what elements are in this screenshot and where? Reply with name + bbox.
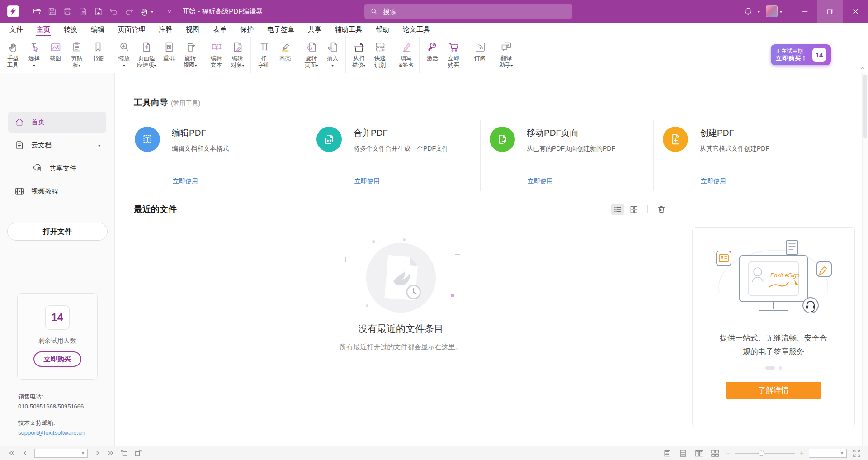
buy-now-button[interactable]: 立即购买 bbox=[33, 351, 81, 367]
notifications-button[interactable] bbox=[741, 6, 755, 16]
zoom-out-button[interactable]: − bbox=[725, 450, 731, 457]
minimize-button[interactable] bbox=[792, 0, 817, 23]
learn-more-button[interactable]: 了解详情 bbox=[726, 382, 821, 399]
menu-file[interactable]: 文件 bbox=[3, 23, 30, 37]
hand-tool-button[interactable]: ▾ bbox=[138, 5, 155, 18]
ribbon-reflow-button[interactable]: 重排 bbox=[158, 37, 179, 73]
sidebar-item-shared-files[interactable]: 共享文件 bbox=[8, 158, 106, 179]
zoom-slider-track[interactable] bbox=[735, 453, 795, 454]
ribbon-bookmark-button[interactable]: 书签 bbox=[87, 37, 108, 73]
grid-view-button[interactable] bbox=[627, 204, 640, 215]
zoom-slider-thumb[interactable] bbox=[758, 450, 764, 456]
ribbon-highlight-button[interactable]: 高亮 bbox=[274, 37, 296, 73]
menu-comment[interactable]: 注释 bbox=[152, 23, 179, 37]
ribbon-fill-sign-button[interactable]: 填写&签名 bbox=[396, 37, 417, 73]
use-now-link-move-pdf-pages[interactable]: 立即使用 bbox=[528, 177, 553, 185]
restore-button[interactable] bbox=[817, 0, 843, 23]
menu-edit[interactable]: 编辑 bbox=[84, 23, 111, 37]
ribbon-edit-object-button[interactable]: 编辑对象▾ bbox=[227, 37, 248, 73]
ribbon-translate-assistant-button[interactable]: A翻译助手▾ bbox=[495, 37, 517, 73]
vertical-scrollbar[interactable] bbox=[862, 73, 868, 446]
ribbon-activate-button[interactable]: 激活 bbox=[422, 37, 443, 73]
use-now-link-create-pdf[interactable]: 立即使用 bbox=[701, 177, 726, 185]
user-avatar[interactable] bbox=[766, 5, 778, 17]
redo-button[interactable] bbox=[123, 5, 136, 18]
previous-page-button[interactable] bbox=[19, 448, 31, 459]
ribbon-page-fit-button[interactable]: 页面适应选项▾ bbox=[135, 37, 158, 73]
facing-continuous-view-button[interactable] bbox=[709, 448, 721, 459]
menu-assist-tools[interactable]: 辅助工具 bbox=[328, 23, 369, 37]
menu-form[interactable]: 表单 bbox=[206, 23, 233, 37]
cart-icon bbox=[448, 40, 460, 54]
account-caret-icon[interactable]: ▾ bbox=[778, 9, 784, 14]
single-page-view-button[interactable] bbox=[661, 448, 673, 459]
menu-esign[interactable]: 电子签章 bbox=[260, 23, 301, 37]
previous-view-button[interactable] bbox=[118, 448, 130, 459]
new-document-button[interactable] bbox=[92, 5, 105, 18]
share-file-icon bbox=[32, 163, 43, 174]
menu-help[interactable]: 帮助 bbox=[369, 23, 396, 37]
page-number-field[interactable]: ▼ bbox=[34, 449, 88, 458]
carousel-dot[interactable] bbox=[779, 366, 782, 370]
continuous-view-button[interactable] bbox=[677, 448, 689, 459]
ribbon-zoom-button[interactable]: 缩放▾ bbox=[113, 37, 135, 73]
sidebar-item-cloud-docs[interactable]: 云文档▾ bbox=[8, 135, 106, 156]
ribbon-insert-page-button[interactable]: 插入▾ bbox=[322, 37, 343, 73]
ribbon-subscribe-button[interactable]: 订阅 bbox=[469, 37, 491, 73]
undo-button[interactable] bbox=[107, 5, 120, 18]
ribbon-rotate-page-button[interactable]: 旋转页面▾ bbox=[301, 37, 322, 73]
recent-files-section: 最近的文件 bbox=[134, 201, 668, 427]
search-box[interactable] bbox=[364, 4, 572, 19]
sidebar-item-video-tutorials[interactable]: 视频教程 bbox=[8, 181, 106, 202]
ribbon-from-scanner-button[interactable]: 从扫描仪▾ bbox=[348, 37, 369, 73]
fullscreen-button[interactable] bbox=[851, 448, 863, 459]
trial-badge-button[interactable]: 正在试用期 立即购买！ 14 bbox=[771, 44, 831, 65]
zoom-slider[interactable] bbox=[735, 448, 795, 459]
window-title: 开始 - 福昕高级PDF编辑器 bbox=[182, 7, 263, 16]
support-email-link[interactable]: support@foxitsoftware.cn bbox=[18, 428, 114, 438]
ribbon-buy-now-button[interactable]: 立即购买 bbox=[443, 37, 464, 73]
ribbon-quick-ocr-button[interactable]: OCR快速识别 bbox=[369, 37, 391, 73]
clear-recent-button[interactable] bbox=[655, 204, 668, 215]
ribbon-edit-text-button[interactable]: 编辑文本 bbox=[206, 37, 227, 73]
carousel-dot-active[interactable] bbox=[765, 366, 775, 370]
menu-protect[interactable]: 保护 bbox=[233, 23, 260, 37]
save-button[interactable] bbox=[46, 5, 59, 18]
zoom-in-button[interactable]: + bbox=[799, 450, 805, 457]
ribbon-hand-tool-button[interactable]: 手型工具 bbox=[2, 37, 24, 73]
divider bbox=[647, 205, 648, 213]
search-input[interactable] bbox=[382, 7, 567, 16]
page-number-input[interactable] bbox=[37, 450, 79, 457]
menu-page-manage[interactable]: 页面管理 bbox=[111, 23, 152, 37]
next-page-button[interactable] bbox=[91, 448, 103, 459]
facing-view-button[interactable] bbox=[693, 448, 705, 459]
menu-share[interactable]: 共享 bbox=[301, 23, 328, 37]
zoom-level-field[interactable]: ▼ bbox=[809, 449, 847, 458]
menu-home[interactable]: 主页 bbox=[30, 23, 57, 37]
open-file-button[interactable] bbox=[30, 5, 43, 18]
notifications-caret-icon[interactable]: ▾ bbox=[755, 9, 762, 14]
next-view-button[interactable] bbox=[132, 448, 144, 459]
ribbon-clipboard-button[interactable]: 剪贴板▾ bbox=[66, 37, 87, 73]
page-actions-button[interactable] bbox=[76, 5, 90, 18]
close-button[interactable] bbox=[843, 0, 868, 23]
zoom-level-input[interactable] bbox=[811, 450, 838, 457]
ribbon-mode-button[interactable] bbox=[165, 7, 174, 16]
collapse-ribbon-button[interactable] bbox=[859, 65, 866, 71]
use-now-link-edit-pdf[interactable]: 立即使用 bbox=[173, 177, 198, 185]
scrollbar-thumb[interactable] bbox=[863, 75, 867, 138]
last-page-button[interactable] bbox=[105, 448, 117, 459]
list-view-button[interactable] bbox=[611, 204, 624, 215]
ribbon-rotate-view-button[interactable]: 旋转视图▾ bbox=[179, 37, 201, 73]
first-page-button[interactable] bbox=[5, 448, 17, 459]
print-button[interactable] bbox=[61, 5, 74, 18]
use-now-link-merge-pdf[interactable]: 立即使用 bbox=[354, 177, 380, 185]
menu-paper-tools[interactable]: 论文工具 bbox=[396, 23, 437, 37]
sidebar-item-home[interactable]: 首页 bbox=[8, 112, 106, 133]
ribbon-select-button[interactable]: 选择▾ bbox=[24, 37, 45, 73]
ribbon-typewriter-button[interactable]: 打字机 bbox=[253, 37, 274, 73]
ribbon-snapshot-button[interactable]: 截图 bbox=[45, 37, 66, 73]
open-file-button[interactable]: 打开文件 bbox=[7, 223, 108, 241]
menu-view[interactable]: 视图 bbox=[179, 23, 206, 37]
menu-convert[interactable]: 转换 bbox=[57, 23, 84, 37]
